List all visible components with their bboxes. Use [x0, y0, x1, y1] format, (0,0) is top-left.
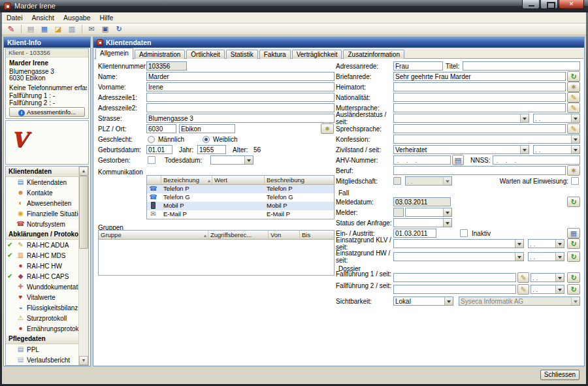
notes-icon[interactable]: [24, 24, 37, 35]
mail-icon[interactable]: [85, 24, 98, 35]
zivilstand-select[interactable]: Verheiratet: [393, 145, 529, 154]
icon-column-header[interactable]: [147, 176, 161, 184]
sprechsprache-edit-icon[interactable]: [567, 123, 580, 134]
fallfuehrung2-refresh-icon[interactable]: [567, 284, 580, 295]
nav-item-fluessigkeitsbilanz[interactable]: Flüssigkeitsbilanz: [6, 302, 78, 313]
fallfuehrung2-edit-icon[interactable]: [517, 284, 529, 295]
tab-oertlichkeit[interactable]: Örtlichkeit: [186, 50, 224, 59]
einsatzgrund-hw-seit-select[interactable]: . .: [528, 252, 564, 261]
nationalitaet-field[interactable]: [393, 93, 566, 102]
name-field[interactable]: Marder: [146, 72, 335, 81]
ahv-lookup-icon[interactable]: [452, 155, 464, 165]
geburtsdatum-field[interactable]: 01.01: [146, 145, 172, 154]
nav-scrollbar[interactable]: [78, 167, 88, 365]
save-icon[interactable]: [99, 24, 112, 35]
beruf-field[interactable]: [393, 166, 566, 175]
fallfuehrung1-seit-select[interactable]: . .: [531, 273, 564, 282]
gestorben-checkbox[interactable]: [148, 156, 155, 164]
nav-item-finanzielle-situation[interactable]: Finanzielle Situation: [6, 208, 78, 219]
table-row[interactable]: Telefon G Telefon G: [147, 193, 334, 202]
minimize-button[interactable]: [522, 0, 540, 9]
sichtbarkeit-select[interactable]: Lokal: [393, 297, 453, 306]
table-row[interactable]: E-Mail P E-Mail P: [147, 210, 334, 219]
nav-section-abklaerungen[interactable]: Abklärungen / Protokolle: [6, 229, 78, 240]
beschreibung-column-header[interactable]: Beschreibung: [265, 176, 333, 184]
tab-zusatzinformation[interactable]: Zusatzinformation: [343, 50, 404, 59]
red-pen-icon[interactable]: [5, 24, 18, 35]
tab-faktura[interactable]: Faktura: [259, 50, 291, 59]
fallfuehrung1-field[interactable]: [393, 273, 516, 282]
einsatzgrund-klv-refresh-icon[interactable]: [567, 238, 580, 249]
ort-field[interactable]: Ebikon: [179, 124, 235, 133]
nav-item-rai-hc-adua[interactable]: RAI-HC ADUA: [6, 240, 78, 250]
scroll-down-icon[interactable]: [79, 356, 88, 365]
menu-datei[interactable]: Datei: [2, 12, 27, 23]
status-anfrage-select[interactable]: [393, 218, 452, 227]
weiblich-radio[interactable]: [203, 136, 210, 143]
maximize-button[interactable]: [540, 0, 558, 9]
tab-vertraeglichkeit[interactable]: Verträglichkeit: [292, 50, 342, 59]
menu-ansicht[interactable]: Ansicht: [27, 12, 59, 23]
konfession-select[interactable]: [393, 135, 580, 144]
nav-item-klientendaten[interactable]: Klientendaten: [6, 177, 78, 187]
mitgliedschaft-checkbox[interactable]: [393, 177, 401, 185]
bezeichnung-column-header[interactable]: Bezeichnung: [161, 176, 212, 184]
nav-item-rai-hc-hw[interactable]: RAI-HC HW: [6, 261, 78, 271]
scroll-thumb[interactable]: [79, 176, 88, 249]
gruppe-column-header[interactable]: Gruppe: [99, 231, 208, 239]
schliessen-button[interactable]: Schliessen: [540, 370, 580, 380]
bis-column-header[interactable]: Bis: [300, 231, 333, 239]
von-column-header[interactable]: Von: [269, 231, 300, 239]
todesdatum-select[interactable]: [210, 155, 253, 165]
adresszeile1-field[interactable]: [146, 93, 335, 102]
fallfuehrung2-field[interactable]: [393, 285, 516, 294]
ein-austritt-grid-icon[interactable]: [567, 228, 580, 238]
nav-item-notrufsystem[interactable]: Notrufsystem: [6, 219, 78, 229]
warten-checkbox[interactable]: [571, 177, 579, 185]
maennlich-radio[interactable]: [148, 136, 155, 143]
nav-item-ppl[interactable]: PPL: [6, 344, 78, 355]
sprechsprache-field[interactable]: [393, 124, 566, 133]
plz-lookup-wand-icon[interactable]: [321, 123, 334, 134]
einsatzgrund-klv-select[interactable]: [393, 239, 524, 248]
auslaenderstatus-seit-select[interactable]: . .: [533, 114, 580, 123]
wert-column-header[interactable]: Wert: [212, 176, 265, 184]
nav-item-abwesenheiten[interactable]: Abwesenheiten: [6, 198, 78, 208]
tab-allgemein[interactable]: Allgemein: [95, 48, 133, 59]
nav-item-sturzprotokoll[interactable]: Sturzprotokoll: [6, 313, 78, 323]
close-button[interactable]: [559, 0, 584, 9]
inaktiv-checkbox[interactable]: [460, 229, 468, 237]
menu-ausgabe[interactable]: Ausgabe: [59, 12, 95, 23]
muttersprache-edit-icon[interactable]: [567, 103, 580, 113]
adresszeile2-field[interactable]: [146, 103, 335, 112]
tab-statistik[interactable]: Statistik: [226, 50, 258, 59]
table-row[interactable]: Mobil P Mobil P: [147, 202, 334, 210]
nav-item-kontakte[interactable]: Kontakte: [6, 187, 78, 198]
strasse-field[interactable]: Blumengasse 3: [146, 114, 335, 123]
nav-item-rai-hc-mds[interactable]: RAI-HC MDS: [6, 250, 78, 261]
folder-icon[interactable]: [52, 24, 65, 35]
heimatort-wand-icon[interactable]: [567, 82, 580, 92]
ein-austritt-field[interactable]: 01.03.2011: [393, 229, 436, 238]
nav-item-verlaufsbericht[interactable]: Verlaufsbericht: [6, 355, 78, 365]
tab-administration[interactable]: Administration: [135, 50, 185, 59]
scroll-up-icon[interactable]: [79, 167, 88, 176]
vorname-field[interactable]: Irene: [146, 82, 335, 91]
refresh-icon[interactable]: [112, 24, 125, 35]
plz-field[interactable]: 6030: [146, 124, 176, 133]
titel-field[interactable]: [463, 61, 580, 71]
heimatort-field[interactable]: [393, 82, 566, 91]
nav-item-vitalwerte[interactable]: Vitalwerte: [6, 292, 78, 302]
meldedatum-refresh-icon[interactable]: [567, 197, 580, 207]
auslaenderstatus-select[interactable]: [393, 114, 529, 123]
ahv-field[interactable]: . . .: [393, 155, 451, 165]
menu-hilfe[interactable]: Hilfe: [95, 12, 118, 23]
einsatzgrund-hw-refresh-icon[interactable]: [567, 251, 580, 262]
fallfuehrung1-edit-icon[interactable]: [517, 272, 529, 283]
jahr-field[interactable]: 1955: [197, 145, 226, 154]
briefanrede-field[interactable]: Sehr geehrte Frau Marder: [393, 72, 566, 81]
einsatzgrund-klv-seit-select[interactable]: . .: [528, 239, 564, 248]
muttersprache-field[interactable]: [393, 103, 566, 112]
zugriff-column-header[interactable]: Zugriffsberec...: [208, 231, 269, 239]
window-icon[interactable]: [65, 24, 78, 35]
